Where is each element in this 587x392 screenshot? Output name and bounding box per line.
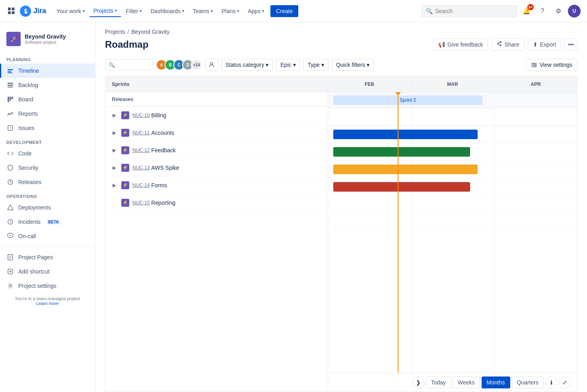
expand-icon[interactable]: ▶ (110, 129, 118, 137)
svg-point-15 (10, 129, 11, 130)
notifications-icon[interactable]: 🔔 9+ (520, 5, 533, 17)
help-icon[interactable]: ? (536, 5, 549, 17)
sidebar-item-timeline[interactable]: Timeline (0, 64, 95, 78)
expand-icon[interactable]: ▶ (110, 164, 118, 172)
task-key[interactable]: NUC-13 (132, 165, 150, 171)
expand-icon[interactable]: ▶ (110, 181, 118, 189)
development-label: DEVELOPMENT (0, 135, 95, 146)
table-row[interactable]: ▶ ⚡ NUC-11 Accounts (105, 124, 328, 142)
task-name: AWS Spike (151, 165, 179, 171)
task-key[interactable]: NUC-15 (132, 200, 150, 206)
gantt-bar-accounts[interactable] (333, 147, 470, 157)
breadcrumb: Projects / Beyond Gravity (95, 22, 587, 37)
sidebar-item-oncall[interactable]: On-call (0, 229, 95, 243)
sidebar-item-security[interactable]: Security (0, 161, 95, 175)
settings-icon[interactable]: ⚙ (552, 5, 565, 17)
table-row[interactable]: ▶ ⚡ NUC-10 Billing (105, 107, 328, 124)
prev-icon[interactable]: ❯ (412, 376, 424, 388)
task-key[interactable]: NUC-11 (132, 130, 150, 136)
table-row[interactable]: ▶ ⚡ NUC-14 Forms (105, 177, 328, 194)
sidebar-item-deployments[interactable]: Deployments (0, 200, 95, 215)
main-content: Projects / Beyond Gravity Roadmap 📢 Give… (95, 22, 587, 392)
view-settings-button[interactable]: View settings (526, 59, 577, 71)
give-feedback-button[interactable]: 📢 Give feedback (433, 39, 488, 50)
sidebar-item-incidents[interactable]: Incidents BETA (0, 215, 95, 229)
create-button[interactable]: Create (270, 5, 298, 17)
gantt-bar-aws-spike[interactable] (333, 182, 470, 192)
status-category-filter[interactable]: Status category ▾ (221, 59, 273, 71)
timeline-icon (6, 67, 14, 75)
expand-icon[interactable]: ▶ (110, 111, 118, 119)
expand-icon[interactable]: ⤢ (559, 376, 571, 388)
quarters-button[interactable]: Quarters (512, 376, 544, 388)
share-button[interactable]: Share (491, 38, 524, 50)
expand-icon[interactable]: ▶ (110, 146, 118, 154)
export-icon: ⬆ (533, 41, 538, 48)
sidebar-item-project-pages[interactable]: Project Pages (0, 250, 95, 264)
task-key[interactable]: NUC-10 (132, 113, 150, 118)
sidebar-item-board[interactable]: Board (0, 92, 95, 107)
user-avatar[interactable]: U (568, 5, 581, 17)
sidebar-item-reports[interactable]: Reports (0, 107, 95, 121)
weeks-button[interactable]: Weeks (453, 376, 480, 388)
logo-text: Jira (33, 7, 46, 15)
search-field[interactable] (117, 62, 149, 68)
sidebar-item-label: Timeline (18, 68, 39, 74)
right-panel: FEB MAR APR Sprint (328, 76, 577, 392)
filter-menu[interactable]: Filter ▾ (122, 6, 146, 17)
dashboards-menu[interactable]: Dashboards ▾ (146, 6, 188, 17)
learn-more-link[interactable]: Learn more (36, 301, 58, 306)
task-type-icon: ⚡ (121, 111, 129, 119)
chevron-down-icon: ▾ (83, 9, 85, 13)
apps-menu[interactable]: Apps ▾ (244, 6, 268, 17)
sidebar-item-label: Code (18, 150, 31, 157)
epic-filter[interactable]: Epic ▾ (276, 59, 300, 71)
sidebar-item-code[interactable]: Code (0, 146, 95, 161)
svg-point-28 (10, 285, 12, 287)
table-row[interactable]: ▶ ⚡ NUC-12 Feedback (105, 142, 328, 159)
svg-rect-0 (8, 8, 11, 10)
plans-menu[interactable]: Plans ▾ (218, 6, 243, 17)
search-box[interactable]: 🔍 (422, 5, 517, 17)
operations-label: OPERATIONS (0, 189, 95, 200)
sidebar-item-add-shortcut[interactable]: Add shortcut (0, 264, 95, 279)
projects-menu[interactable]: Projects ▾ (89, 5, 121, 17)
gantt-bar-feedback[interactable] (333, 165, 478, 174)
avatar-more[interactable]: +14 (191, 59, 202, 70)
breadcrumb-beyond-gravity[interactable]: Beyond Gravity (131, 29, 169, 35)
table-row[interactable]: ▶ ⚡ NUC-13 AWS Spike (105, 159, 328, 177)
quick-filters[interactable]: Quick filters ▾ (332, 59, 374, 71)
chevron-down-icon: ▾ (182, 9, 184, 13)
teams-menu[interactable]: Teams ▾ (189, 6, 217, 17)
type-filter[interactable]: Type ▾ (303, 59, 328, 71)
search-input[interactable] (435, 8, 513, 14)
deployments-icon (6, 204, 14, 212)
more-options-button[interactable]: ••• (564, 39, 577, 50)
sidebar-item-backlog[interactable]: Backlog (0, 78, 95, 92)
task-name: Feedback (151, 147, 175, 153)
gantt-bar-billing[interactable] (333, 130, 478, 139)
sidebar-item-label: Security (18, 165, 39, 171)
apps-grid-icon[interactable] (6, 6, 17, 16)
export-button[interactable]: ⬆ Export (528, 39, 561, 50)
task-name: Reporting (151, 200, 175, 206)
toolbar-search[interactable]: 🔍 (105, 59, 153, 70)
breadcrumb-projects[interactable]: Projects (105, 29, 125, 35)
svg-point-20 (10, 235, 11, 236)
today-button[interactable]: Today (426, 376, 451, 388)
jira-logo[interactable]: Jira (20, 6, 46, 17)
sidebar-item-issues[interactable]: Issues (0, 121, 95, 135)
assignee-filter-button[interactable] (205, 58, 218, 71)
sidebar-item-project-settings[interactable]: Project settings (0, 279, 95, 293)
task-key[interactable]: NUC-12 (132, 147, 150, 153)
page-actions: 📢 Give feedback Share ⬆ Export ••• (433, 38, 577, 50)
months-button[interactable]: Months (482, 376, 510, 388)
code-icon (6, 149, 14, 157)
your-work-menu[interactable]: Your work ▾ (52, 6, 89, 17)
sidebar-item-label: Reports (18, 111, 38, 117)
table-row[interactable]: ▶ ⚡ NUC-15 Reporting (105, 194, 328, 212)
sidebar-item-releases[interactable]: Releases (0, 175, 95, 189)
info-icon[interactable]: ℹ (545, 376, 557, 388)
task-key[interactable]: NUC-14 (132, 182, 150, 188)
svg-point-34 (535, 64, 536, 66)
